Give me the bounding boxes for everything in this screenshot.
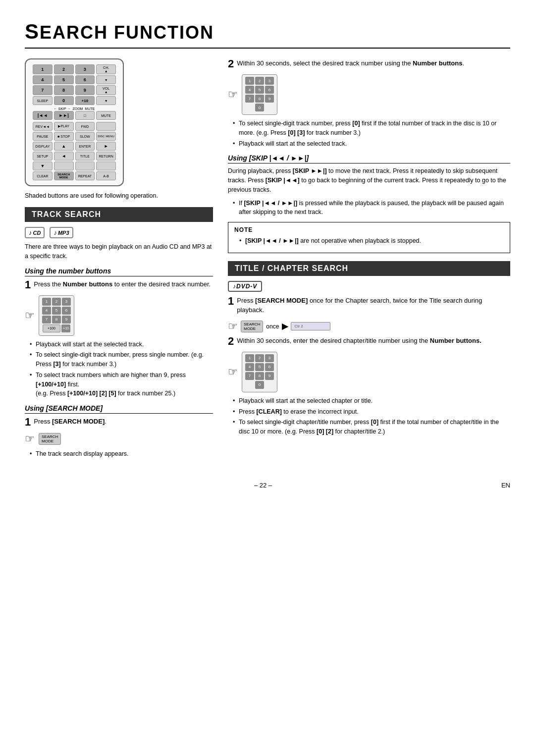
kp-r-9: 9 (265, 95, 274, 103)
subsection-number-buttons: Using the number buttons (25, 267, 213, 276)
mp3-logo: ♪MP3 (50, 227, 73, 238)
bullet-higher-9: To select track numbers which are higher… (30, 371, 213, 398)
skip-section-title: Using [SKIP |◄◄ / ►►|] (228, 154, 510, 163)
skip-paused-bullet: If [SKIP |◄◄ / ►►|] is pressed while the… (233, 199, 510, 217)
title-step1-text: Press [SEARCH MODE] once for the Chapter… (237, 297, 482, 314)
dvd-logo-row: ♪DVD-V (228, 281, 510, 292)
kp-tc-6: 6 (265, 363, 274, 371)
btn-ch: CH.▲ (96, 64, 116, 74)
bullet-r-playback: Playback will start at the selected trac… (233, 139, 510, 149)
btn-rev: REV◄◄ (33, 122, 53, 131)
skip-title-text: Using [SKIP |◄◄ / ►►|] (228, 154, 309, 162)
remote-note: Shaded buttons are used for following op… (25, 192, 213, 199)
hand-icon-search: ☞ (25, 432, 35, 445)
keypad-illustration-right: ☞ 1 2 3 4 5 6 7 8 9 0 (228, 74, 510, 115)
btn-empty1 (96, 122, 116, 131)
btn-5: 5 (54, 75, 74, 84)
kp-tc-5: 5 (255, 363, 264, 371)
btn-1: 1 (33, 64, 53, 74)
btn-return: RETURN (96, 152, 116, 161)
title-step2-text: Within 30 seconds, enter the desired cha… (237, 337, 482, 344)
btn-skip-fwd: ►►| (54, 111, 74, 120)
kp-9: 9 (62, 316, 71, 324)
btn-title: TITLE (75, 152, 95, 161)
skip-label: ← SKIP → ZOOM MUTE (33, 107, 116, 110)
btn-plus10: +10 (75, 96, 95, 105)
page-title: SEARCH FUNCTION (25, 20, 510, 49)
search-mode-illustration: ☞ SEARCHMODE (25, 432, 213, 445)
page-footer: – 22 – EN (25, 482, 510, 489)
kp-r-8: 8 (255, 95, 264, 103)
chapter-display: Ctr 2 (291, 322, 330, 330)
search-mode-once-btn: SEARCHMODE (241, 321, 263, 332)
btn-0: 0 (54, 96, 74, 105)
step2-right: 2 Within 30 seconds, select the desired … (228, 58, 510, 69)
skip-bullets: If [SKIP |◄◄ / ►►|] is pressed while the… (233, 199, 510, 217)
btn-sleep: SLEEP (33, 96, 53, 105)
btn-left: ◄ (54, 152, 74, 161)
footer-page-num: – 22 – (254, 482, 272, 489)
btn-up: ▲ (54, 142, 74, 151)
btn-9: 9 (75, 85, 95, 95)
keypad-box-tc: 1 2 3 4 5 6 7 8 9 0 (242, 352, 277, 392)
kp-r-2: 2 (255, 77, 264, 85)
step1-block: 1 Press the Number buttons to enter the … (25, 279, 213, 290)
btn-2: 2 (54, 64, 74, 74)
hand-icon-right: ☞ (228, 88, 238, 101)
btn-empty2 (54, 162, 74, 170)
btn-right: ► (96, 142, 116, 151)
kp-4: 4 (42, 307, 51, 315)
kp-r-0: 0 (255, 104, 264, 111)
skip-note-bullets: [SKIP |◄◄ / ►►|] are not operative when … (239, 236, 504, 246)
btn-setup: SETUP (33, 152, 53, 161)
remote-illustration: 1 2 3 CH.▲ 4 5 6 ▼ 7 8 9 VOL▲ SLEEP 0 +1… (25, 58, 124, 186)
btn-vol-up: VOL▲ (96, 85, 116, 95)
tc-bullet-2: Press [CLEAR] to erase the incorrect inp… (233, 407, 510, 417)
step1-text: Press the Number buttons to enter the de… (34, 280, 211, 288)
btn-pause: PAUSE (33, 132, 53, 141)
btn-stop: ■ STOP (54, 132, 74, 141)
once-label: once (266, 323, 279, 330)
kp-tc-1: 1 (245, 354, 254, 362)
hand-icon-tc: ☞ (228, 366, 238, 378)
kp-5: 5 (52, 307, 61, 315)
keypad-box-1: 1 2 3 4 5 6 7 8 9 +100 +10 (39, 295, 74, 336)
kp-3: 3 (62, 298, 71, 306)
skip-note-bullet: [SKIP |◄◄ / ►►|] are not operative when … (239, 236, 504, 246)
bullet-playback-start: Playback will start at the selected trac… (30, 340, 213, 349)
hand-icon-once: ☞ (228, 320, 238, 333)
title-chapter-bullets: Playback will start at the selected chap… (233, 396, 510, 436)
btn-fwd: FWD (75, 122, 95, 131)
dvd-badge: ♪DVD-V (228, 281, 262, 292)
footer-lang: EN (501, 482, 510, 489)
btn-repeat: REPEAT (75, 171, 95, 180)
subsection-search-mode: Using [SEARCH MODE] (25, 404, 213, 414)
title-rest: EARCH FUNCTION (40, 22, 214, 43)
btn-skip-back: |◄◄ (33, 111, 53, 120)
cd-logo: ♪CD (25, 227, 45, 238)
step2-right-bullets: To select single-digit track number, pre… (233, 119, 510, 148)
btn-7: 7 (33, 85, 53, 95)
kp-7: 7 (42, 316, 51, 324)
btn-ch-down: ▼ (96, 75, 116, 84)
btn-disc-menu: DISC MENU (96, 132, 116, 141)
btn-clear: CLEAR (33, 171, 53, 180)
keypad-illustration-1: ☞ 1 2 3 4 5 6 7 8 9 +100 (25, 295, 213, 336)
btn-display: DISPLAY (33, 142, 53, 151)
btn-zoom: □ (75, 111, 95, 120)
kp-r-4: 4 (245, 86, 254, 94)
tc-bullet-1: Playback will start at the selected chap… (233, 396, 510, 406)
tc-bullet-3: To select single-digit chapter/title num… (233, 418, 510, 436)
step1-search-num: 1 (25, 417, 31, 428)
kp-8: 8 (52, 316, 61, 324)
kp-r-3: 3 (265, 77, 274, 85)
title-step1-block: 1 Press [SEARCH MODE] once for the Chapt… (228, 296, 510, 315)
kp-2: 2 (52, 298, 61, 306)
hand-icon-1: ☞ (25, 309, 35, 322)
kp-r-7: 7 (245, 95, 254, 103)
btn-enter: ENTER (75, 142, 95, 151)
kp-tc-9: 9 (265, 372, 274, 380)
title-chapter-header: TITLE / CHAPTER SEARCH (228, 261, 510, 276)
bullet-r-single: To select single-digit track number, pre… (233, 119, 510, 138)
step2-right-num: 2 (228, 58, 234, 69)
